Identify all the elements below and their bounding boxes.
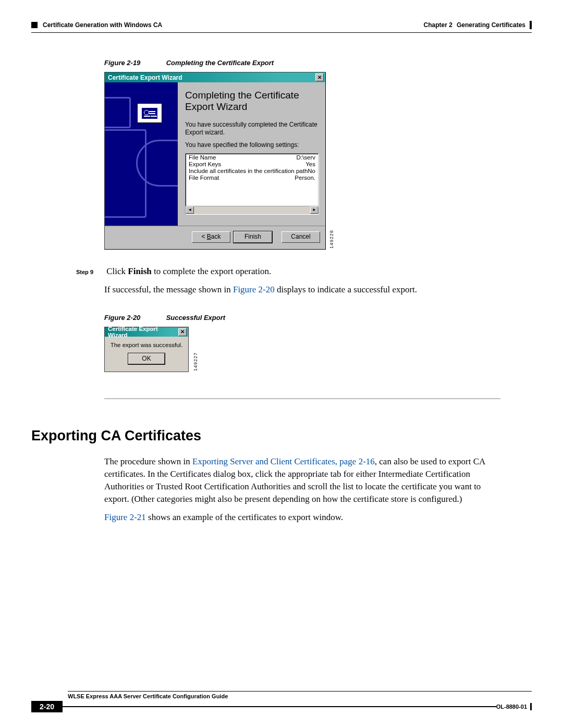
dialog-title: Certificate Export Wizard: [108, 326, 178, 338]
list-item: Export KeysYes: [186, 161, 319, 167]
figure-2-21-link[interactable]: Figure 2-21: [104, 512, 146, 522]
wizard-button-row: < Back Finish Cancel: [105, 226, 325, 249]
chapter-label: Chapter 2: [424, 21, 452, 29]
footer-bar-icon: [530, 703, 532, 710]
finish-button[interactable]: Finish: [234, 231, 272, 243]
wizard-text-1: You have successfully completed the Cert…: [185, 121, 319, 137]
header-bar-icon: [530, 21, 532, 29]
list-item: File FormatPerson.: [186, 174, 319, 181]
horizontal-scrollbar[interactable]: ◄ ►: [186, 206, 319, 214]
cert-export-wizard-dialog: Certificate Export Wizard ✕ Completing t…: [104, 72, 326, 250]
scroll-left-icon[interactable]: ◄: [186, 206, 194, 214]
body-paragraph-2: Figure 2-21 shows an example of the cert…: [104, 511, 500, 524]
wizard-text-2: You have specified the following setting…: [185, 141, 319, 150]
section-divider: [104, 398, 500, 399]
wizard-heading: Completing the Certificate Export Wizard: [185, 90, 319, 113]
wizard-title: Certificate Export Wizard: [108, 74, 182, 81]
step-label: Step 9: [76, 268, 104, 277]
header-bullet-icon: [31, 22, 38, 28]
back-button[interactable]: < Back: [192, 231, 230, 243]
figure-id-label: 149227: [193, 352, 198, 371]
export-success-dialog: Certificate Export Wizard ✕ The export w…: [104, 327, 189, 372]
footer-guide-title: WLSE Express AAA Server Certificate Conf…: [68, 693, 532, 699]
figure-id-label: 149226: [329, 230, 334, 249]
dialog-message: The export was successful.: [110, 342, 183, 348]
header-rule: [31, 32, 532, 33]
body-paragraph-1: The procedure shown in Exporting Server …: [104, 455, 500, 505]
cancel-button[interactable]: Cancel: [282, 231, 320, 243]
ok-button[interactable]: OK: [128, 353, 165, 364]
close-icon[interactable]: ✕: [315, 73, 324, 81]
cross-ref-link[interactable]: Exporting Server and Client Certificates…: [192, 456, 375, 466]
figure-20-image: Certificate Export Wizard ✕ The export w…: [104, 327, 197, 372]
page-footer: WLSE Express AAA Server Certificate Conf…: [31, 691, 532, 712]
figure-20-number: Figure 2-20: [104, 314, 164, 322]
close-icon[interactable]: ✕: [178, 328, 187, 336]
figure-19-caption: Figure 2-19 Completing the Certificate E…: [104, 59, 532, 67]
figure-20-title: Successful Export: [166, 314, 225, 322]
list-item: Include all certificates in the certific…: [186, 167, 319, 174]
figure-19-number: Figure 2-19: [104, 59, 164, 67]
scroll-right-icon[interactable]: ►: [310, 206, 319, 214]
step-9: Step 9 Click Finish to complete the expo…: [104, 265, 532, 296]
wizard-titlebar: Certificate Export Wizard ✕: [105, 72, 325, 82]
section-title: Certificate Generation with Windows CA: [43, 21, 162, 29]
wizard-sidebar-graphic: [105, 82, 178, 226]
figure-2-20-link[interactable]: Figure 2-20: [233, 285, 275, 294]
figure-20-caption: Figure 2-20 Successful Export: [104, 314, 532, 322]
doc-id: OL-8880-01: [496, 704, 527, 710]
certificate-icon: [137, 103, 162, 123]
page-number: 2-20: [31, 701, 63, 712]
page-header: Certificate Generation with Windows CA C…: [31, 21, 532, 29]
figure-19-title: Completing the Certificate Export: [166, 59, 274, 67]
figure-19-image: Certificate Export Wizard ✕ Completing t…: [104, 72, 333, 250]
chapter-title: Generating Certificates: [457, 21, 525, 29]
dialog-titlebar: Certificate Export Wizard ✕: [105, 327, 188, 337]
list-item: File NameD:\serv: [186, 154, 319, 161]
section-heading: Exporting CA Certificates: [31, 428, 532, 444]
settings-listbox[interactable]: File NameD:\serv Export KeysYes Include …: [185, 153, 319, 215]
